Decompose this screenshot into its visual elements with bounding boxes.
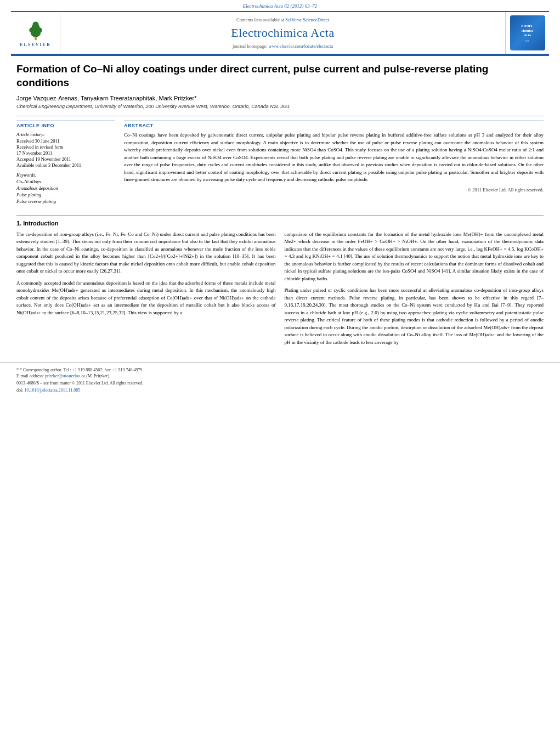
- email-person: (M. Pritzker).: [86, 374, 110, 378]
- thin-divider: [16, 116, 544, 116]
- journal-badge: Electro-chimicaActa ISE: [505, 12, 549, 54]
- article-info-col: ARTICLE INFO Article history: Received 3…: [16, 121, 115, 210]
- body-two-col: The co-deposition of iron-group alloys (…: [16, 231, 544, 351]
- keyword-3: Pulse plating: [16, 192, 115, 199]
- elsevier-logo: ELSEVIER: [11, 12, 60, 54]
- journal-header: Electrochimica Acta 62 (2012) 63–72 ELSE…: [0, 0, 560, 54]
- article-content: Formation of Co–Ni alloy coatings under …: [0, 56, 560, 357]
- keywords-label: Keywords:: [16, 172, 115, 178]
- journal-center: Contents lists available at SciVerse Sci…: [60, 12, 505, 54]
- intro-para-right-2: Plating under pulsed or cyclic condition…: [285, 287, 544, 346]
- doi-label: doi:: [16, 388, 23, 393]
- doi-value[interactable]: 10.1016/j.electacta.2011.11.085: [24, 388, 80, 393]
- body-right-col: comparison of the equilibrium constants …: [285, 231, 544, 351]
- journal-ref: Electrochimica Acta 62 (2012) 63–72: [11, 3, 549, 9]
- keyword-2: Anomalous deposition: [16, 185, 115, 192]
- article-authors: Jorge Vazquez-Arenas, Tanyakarn Treerata…: [16, 95, 544, 101]
- issn-line: 0013-4686/$ – see front matter © 2011 El…: [16, 381, 143, 386]
- article-info-abstract-layout: ARTICLE INFO Article history: Received 3…: [16, 121, 544, 210]
- badge-inner: Electro-chimicaActa ISE: [510, 15, 545, 50]
- date-2: Received in revised form: [16, 144, 115, 150]
- history-label: Article history:: [16, 132, 115, 137]
- footnote-star-line: * * Corresponding author. Tel.: +1 519 8…: [16, 367, 544, 372]
- sciverse-line: Contents lists available at SciVerse Sci…: [236, 17, 329, 22]
- footnote-email: E-mail address: pritzker@uwaterloo.ca (M…: [16, 374, 544, 378]
- full-divider: [16, 215, 544, 216]
- doi-line: 0013-4686/$ – see front matter © 2011 El…: [16, 381, 544, 386]
- abstract-col: ABSTRACT Co–Ni coatings have been deposi…: [124, 121, 544, 210]
- intro-para-1: The co-deposition of iron-group alloys (…: [16, 231, 276, 275]
- homepage-label: journal homepage:: [233, 43, 268, 49]
- article-info-label: ARTICLE INFO: [16, 121, 115, 128]
- doi-full-line: doi: 10.1016/j.electacta.2011.11.085: [16, 388, 544, 393]
- intro-para-right-1: comparison of the equilibrium constants …: [285, 231, 544, 283]
- body-area: 1. Introduction The co-deposition of iro…: [16, 215, 544, 351]
- authors-text: Jorge Vazquez-Arenas, Tanyakarn Treerata…: [16, 95, 197, 101]
- page-wrapper: Electrochimica Acta 62 (2012) 63–72 ELSE…: [0, 0, 560, 741]
- elsevier-text: ELSEVIER: [20, 42, 50, 47]
- email-label: E-mail address:: [16, 374, 44, 378]
- article-history: Article history: Received 30 June 2011 R…: [16, 132, 115, 168]
- section-title: Introduction: [23, 220, 58, 227]
- sciverse-link[interactable]: SciVerse ScienceDirect: [285, 17, 329, 22]
- elsevier-tree-icon: [25, 19, 47, 41]
- abstract-text: Co–Ni coatings have been deposited by ga…: [124, 132, 544, 184]
- badge-subtitle: ISE: [525, 39, 530, 42]
- journal-title: Electrochimica Acta: [231, 26, 334, 40]
- footnote-contact: * Corresponding author. Tel.: +1 519 888…: [20, 367, 143, 372]
- header-top: ELSEVIER Contents lists available at Sci…: [11, 11, 549, 54]
- copyright-line: © 2011 Elsevier Ltd. All rights reserved…: [124, 187, 544, 193]
- article-title: Formation of Co–Ni alloy coatings under …: [16, 63, 544, 89]
- date-3: 17 November 2011: [16, 150, 115, 156]
- keywords-list: Co–Ni alloys Anomalous deposition Pulse …: [16, 179, 115, 205]
- article-affiliation: Chemical Engineering Department, Univers…: [16, 104, 544, 109]
- section-number: 1.: [16, 220, 21, 227]
- email-address[interactable]: pritzker@uwaterloo.ca: [45, 374, 85, 378]
- homepage-url[interactable]: www.elsevier.com/locate/electacta: [269, 43, 333, 49]
- homepage-line: journal homepage: www.elsevier.com/locat…: [233, 43, 333, 49]
- contents-text: Contents lists available at: [236, 17, 284, 22]
- svg-point-5: [32, 21, 38, 26]
- keyword-4: Pulse reverse plating: [16, 199, 115, 205]
- intro-heading: 1. Introduction: [16, 220, 544, 227]
- date-4: Accepted 19 November 2011: [16, 156, 115, 162]
- keywords-section: Keywords: Co–Ni alloys Anomalous deposit…: [16, 172, 115, 205]
- abstract-label: ABSTRACT: [124, 121, 544, 128]
- intro-para-2: A commonly accepted model for anomalous …: [16, 280, 276, 317]
- date-1: Received 30 June 2011: [16, 138, 115, 144]
- badge-title: Electro-chimicaActa: [521, 24, 533, 37]
- footer-area: * * Corresponding author. Tel.: +1 519 8…: [0, 363, 560, 393]
- body-left-col: The co-deposition of iron-group alloys (…: [16, 231, 276, 351]
- keyword-1: Co–Ni alloys: [16, 179, 115, 185]
- date-5: Available online 3 December 2011: [16, 162, 115, 168]
